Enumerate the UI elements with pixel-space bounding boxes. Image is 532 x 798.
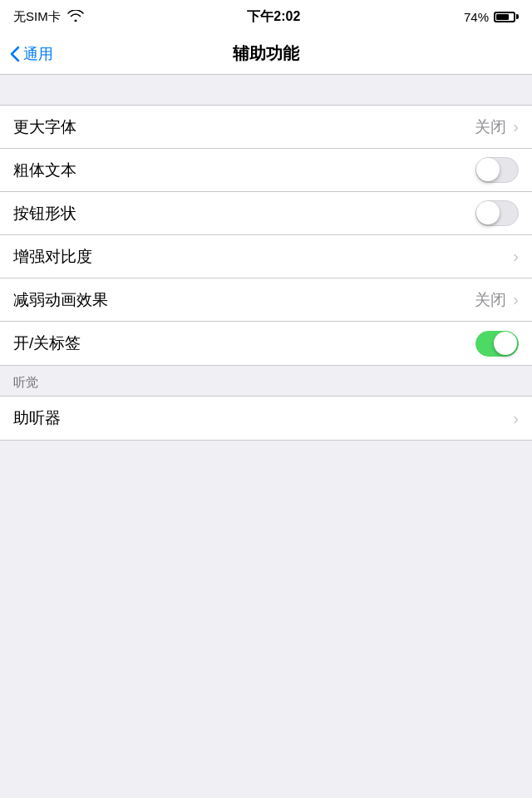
status-time: 下午2:02 — [247, 8, 300, 26]
button-shapes-label: 按钮形状 — [13, 203, 76, 224]
hearing-section-header: 听觉 — [0, 366, 532, 396]
bold-text-toggle-knob — [476, 158, 500, 181]
status-left: 无SIM卡 — [13, 9, 84, 25]
battery-icon — [494, 12, 519, 22]
on-off-labels-right[interactable] — [475, 331, 519, 357]
larger-text-value: 关闭 — [475, 116, 506, 138]
on-off-labels-toggle-knob — [494, 332, 517, 355]
on-off-labels-toggle[interactable] — [475, 331, 519, 357]
hearing-group: 助听器 › — [0, 396, 532, 441]
hearing-aids-right: › — [513, 409, 519, 428]
button-shapes-row[interactable]: 按钮形状 — [0, 192, 532, 235]
larger-text-right: 关闭 › — [475, 116, 519, 138]
back-button[interactable]: 通用 — [10, 44, 53, 64]
vision-group: 更大字体 关闭 › 粗体文本 按钮形状 增强对比度 › 减弱动画效果 — [0, 105, 532, 366]
reduce-motion-chevron: › — [513, 290, 519, 309]
bold-text-toggle[interactable] — [475, 157, 519, 183]
increase-contrast-chevron: › — [513, 247, 519, 266]
reduce-motion-right: 关闭 › — [475, 289, 519, 311]
bottom-spacer — [0, 441, 532, 607]
reduce-motion-row[interactable]: 减弱动画效果 关闭 › — [0, 278, 532, 322]
increase-contrast-row[interactable]: 增强对比度 › — [0, 235, 532, 278]
on-off-labels-row[interactable]: 开/关标签 — [0, 322, 532, 365]
hearing-aids-row[interactable]: 助听器 › — [0, 397, 532, 440]
bold-text-right[interactable] — [475, 157, 519, 183]
on-off-labels-label: 开/关标签 — [13, 332, 81, 354]
carrier-label: 无SIM卡 — [13, 9, 61, 25]
reduce-motion-label: 减弱动画效果 — [13, 289, 108, 311]
page-title: 辅助功能 — [233, 42, 299, 65]
increase-contrast-label: 增强对比度 — [13, 246, 92, 268]
button-shapes-right[interactable] — [475, 200, 519, 226]
hearing-header-label: 听觉 — [13, 375, 39, 391]
button-shapes-toggle-knob — [476, 201, 500, 224]
hearing-aids-chevron: › — [513, 409, 519, 428]
bold-text-row[interactable]: 粗体文本 — [0, 149, 532, 192]
battery-percent: 74% — [464, 10, 489, 24]
button-shapes-toggle[interactable] — [475, 200, 519, 226]
nav-bar: 通用 辅助功能 — [0, 33, 532, 75]
wifi-icon — [67, 10, 84, 24]
status-bar: 无SIM卡 下午2:02 74% — [0, 0, 532, 33]
hearing-aids-label: 助听器 — [13, 407, 61, 429]
status-right: 74% — [464, 10, 519, 24]
top-spacer — [0, 75, 532, 105]
reduce-motion-value: 关闭 — [475, 289, 506, 311]
back-label: 通用 — [23, 44, 53, 64]
larger-text-chevron: › — [513, 117, 519, 136]
larger-text-row[interactable]: 更大字体 关闭 › — [0, 106, 532, 149]
larger-text-label: 更大字体 — [13, 116, 76, 138]
increase-contrast-right: › — [513, 247, 519, 266]
bold-text-label: 粗体文本 — [13, 160, 76, 181]
